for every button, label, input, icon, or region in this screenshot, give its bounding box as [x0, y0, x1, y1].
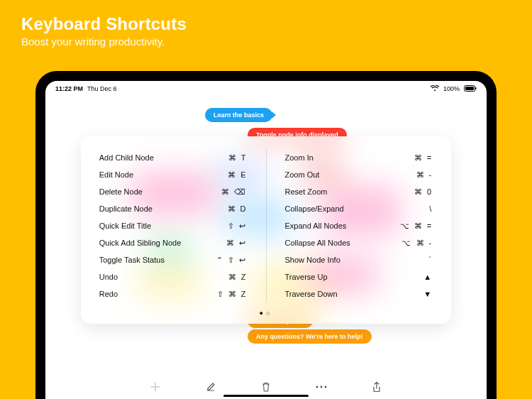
- promo-header: Keyboard Shortcuts Boost your writing pr…: [21, 14, 187, 48]
- shortcut-keys: ⌘ =: [414, 153, 433, 163]
- shortcuts-panel: Add Child Node⌘ TEdit Node⌘ EDelete Node…: [81, 136, 452, 324]
- share-button[interactable]: [370, 381, 383, 393]
- shortcut-label: Zoom In: [285, 153, 414, 162]
- shortcut-row: Collapse/Expand\: [285, 200, 433, 217]
- shortcut-keys: ⌘ 0: [414, 187, 433, 197]
- shortcut-row: Expand All Nodes⌥ ⌘ =: [285, 217, 433, 234]
- shortcut-label: Toggle Task Status: [99, 256, 217, 264]
- shortcut-label: Zoom Out: [285, 170, 416, 179]
- shortcut-label: Quick Edit Title: [99, 222, 228, 230]
- shortcut-row: Traverse Down▼: [285, 285, 433, 302]
- shortcut-label: Edit Node: [99, 170, 228, 179]
- shortcut-label: Traverse Up: [285, 273, 424, 281]
- shortcut-row: Quick Edit Title⇧ ↩: [99, 217, 248, 234]
- status-date: Thu Dec 6: [87, 85, 117, 92]
- shortcut-row: Undo⌘ Z: [99, 268, 248, 285]
- home-indicator: [223, 395, 309, 397]
- shortcut-label: Show Node Info: [285, 256, 429, 264]
- shortcut-row: Collapse All Nodes⌥ ⌘ -: [285, 234, 433, 251]
- shortcut-label: Delete Node: [99, 187, 222, 196]
- shortcut-row: Reset Zoom⌘ 0: [285, 183, 433, 200]
- promo-subtitle: Boost your writing productivity.: [21, 35, 187, 48]
- shortcut-row: Zoom In⌘ =: [285, 149, 433, 166]
- shortcut-label: Reset Zoom: [285, 187, 415, 196]
- shortcut-row: Traverse Up▲: [285, 268, 433, 285]
- shortcut-keys: ⌘ ↩: [226, 239, 247, 248]
- shortcuts-pager[interactable]: ●○: [81, 310, 452, 317]
- shortcut-row: Duplicate Node⌘ D: [99, 200, 248, 217]
- svg-rect-2: [475, 87, 477, 89]
- shortcut-keys: ⌃ ⇧ ↩: [216, 256, 247, 265]
- shortcut-keys: `: [429, 256, 433, 264]
- shortcut-keys: ⌘ Z: [228, 273, 248, 282]
- shortcut-label: Collapse/Expand: [285, 204, 430, 213]
- trash-button[interactable]: [260, 381, 272, 393]
- shortcut-keys: ⌥ ⌘ -: [401, 239, 433, 248]
- shortcut-row: Quick Add Sibling Node⌘ ↩: [99, 234, 248, 251]
- ipad-screen: 11:22 PM Thu Dec 6 100%: [45, 81, 487, 399]
- shortcut-keys: ▲: [423, 273, 433, 281]
- node-learn-basics[interactable]: Learn the basics: [205, 108, 272, 122]
- shortcut-row: Delete Node⌘ ⌫: [99, 183, 248, 200]
- promo-title: Keyboard Shortcuts: [21, 14, 187, 34]
- shortcut-label: Redo: [99, 290, 217, 298]
- compose-button[interactable]: [204, 381, 217, 393]
- svg-point-3: [316, 386, 318, 388]
- more-button[interactable]: [315, 381, 328, 393]
- shortcut-row: Redo⇧ ⌘ Z: [99, 285, 248, 302]
- shortcut-label: Duplicate Node: [99, 204, 228, 213]
- add-button[interactable]: [149, 381, 162, 393]
- shortcut-keys: ⌘ T: [228, 153, 248, 163]
- wifi-icon: [431, 85, 439, 93]
- shortcut-keys: ⌘ -: [416, 170, 433, 180]
- shortcut-keys: ▼: [423, 290, 433, 298]
- node-questions[interactable]: Any questions? We're here to help!: [248, 329, 372, 344]
- shortcuts-column-left: Add Child Node⌘ TEdit Node⌘ EDelete Node…: [81, 149, 266, 302]
- shortcut-row: Edit Node⌘ E: [99, 166, 248, 183]
- shortcut-label: Undo: [99, 273, 228, 281]
- shortcut-keys: ⇧ ⌘ Z: [217, 290, 248, 299]
- shortcut-keys: \: [429, 204, 433, 213]
- shortcut-keys: ⌘ D: [228, 204, 248, 214]
- shortcut-keys: ⌘ E: [228, 170, 247, 180]
- battery-text: 100%: [443, 85, 460, 92]
- shortcut-label: Collapse All Nodes: [285, 239, 402, 247]
- shortcut-label: Add Child Node: [99, 153, 228, 162]
- shortcut-label: Expand All Nodes: [285, 222, 400, 230]
- shortcut-label: Quick Add Sibling Node: [99, 239, 227, 247]
- shortcut-keys: ⌘ ⌫: [221, 187, 247, 197]
- shortcut-row: Toggle Task Status⌃ ⇧ ↩: [99, 251, 248, 268]
- svg-rect-1: [465, 87, 474, 90]
- svg-point-5: [325, 386, 327, 388]
- shortcuts-column-right: Zoom In⌘ =Zoom Out⌘ -Reset Zoom⌘ 0Collap…: [266, 149, 452, 302]
- status-time: 11:22 PM: [55, 85, 83, 92]
- shortcut-row: Show Node Info`: [285, 251, 433, 268]
- shortcut-row: Zoom Out⌘ -: [285, 166, 433, 183]
- app-canvas[interactable]: Learn the basics Toggle node info displa…: [45, 94, 487, 378]
- shortcut-label: Traverse Down: [285, 290, 424, 298]
- shortcut-keys: ⌥ ⌘ =: [400, 222, 433, 231]
- shortcut-keys: ⇧ ↩: [228, 222, 247, 231]
- status-bar: 11:22 PM Thu Dec 6 100%: [45, 81, 487, 94]
- svg-point-4: [321, 386, 323, 388]
- battery-icon: [464, 85, 477, 93]
- ipad-frame: 11:22 PM Thu Dec 6 100%: [35, 71, 497, 399]
- shortcut-row: Add Child Node⌘ T: [99, 149, 248, 166]
